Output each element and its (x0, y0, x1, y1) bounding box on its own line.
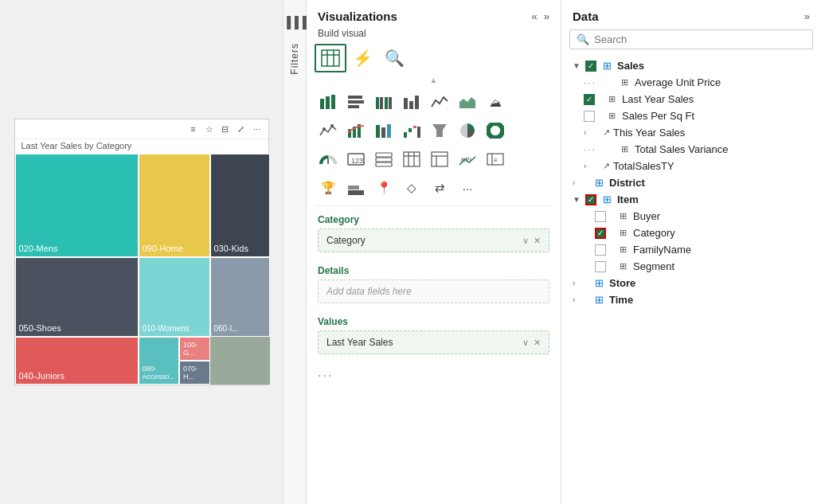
tree-item-total-sales-ty[interactable]: › ↗ TotalSalesTY (561, 158, 821, 174)
tree-item-segment[interactable]: ⊞ Segment (561, 258, 821, 275)
viz-type-analytics-btn[interactable]: 🔍 (378, 44, 410, 72)
tree-item-sales-per-sq[interactable]: ⊞ Sales Per Sq Ft (561, 107, 821, 124)
treemap-cell-100g[interactable]: 100-G... (179, 337, 209, 361)
category-drop-zone[interactable]: Category ∨ ✕ (318, 229, 549, 252)
details-drop-zone[interactable]: Add data fields here (318, 279, 549, 303)
district-table-icon: ⊞ (592, 177, 606, 189)
category-checkbox[interactable]: ✓ (595, 228, 606, 239)
viz-collapse-arrow[interactable]: « (532, 10, 538, 22)
viz-panel: Visualizations « » Build visual ⚡ 🔍 ▲ (307, 0, 561, 504)
close-icon[interactable]: ✕ (534, 236, 541, 246)
treemap-cell-home[interactable]: 090-Home (139, 154, 210, 257)
district-label: District (609, 177, 645, 189)
tree-item-store[interactable]: › ⊞ Store (561, 275, 821, 291)
sales-per-sq-checkbox[interactable] (584, 111, 595, 122)
viz-icon-ribbon[interactable] (370, 118, 397, 143)
svg-rect-4 (320, 99, 324, 109)
viz-icon-funnel[interactable] (426, 118, 453, 143)
tree-item-total-sales-var[interactable]: ··· ⊞ Total Sales Variance (561, 141, 821, 158)
svg-rect-24 (381, 127, 385, 138)
viz-icon-donut[interactable] (482, 118, 509, 143)
treemap-cell-accesso[interactable]: 080-Accesso... (139, 337, 180, 385)
viz-icon-line2[interactable] (315, 118, 342, 143)
viz-icons-grid: ⛰ (307, 88, 561, 116)
viz-icon-line-chart[interactable] (426, 89, 453, 115)
treemap-cell-juniors[interactable]: 040-Juniors (15, 337, 139, 385)
store-table-icon: ⊞ (592, 277, 606, 289)
svg-rect-26 (404, 132, 407, 138)
pin-icon[interactable]: ☆ (203, 123, 216, 135)
viz-icon-combo[interactable] (342, 118, 369, 143)
tree-item-sales[interactable]: ▼ ✓ ⊞ Sales (561, 57, 821, 74)
chevron-icon[interactable]: ∨ (522, 236, 529, 246)
category-value: Category (326, 235, 366, 246)
tree-item-family-name[interactable]: ⊞ FamilyName (561, 241, 821, 258)
tree-item-district[interactable]: › ⊞ District (561, 174, 821, 191)
svg-rect-16 (415, 96, 419, 109)
data-expand-arrow[interactable]: » (804, 10, 810, 22)
values-chevron-icon[interactable]: ∨ (522, 338, 529, 348)
last-year-sales-checkbox[interactable]: ✓ (584, 94, 595, 105)
viz-icon-column-chart[interactable] (398, 89, 425, 115)
viz-icon-matrix[interactable] (426, 147, 453, 172)
viz-icon-kpi[interactable]: KPI (454, 147, 481, 172)
viz-icon-scatter[interactable]: ⛰ (482, 89, 509, 115)
viz-icon-slicer[interactable]: ≡ (482, 147, 509, 172)
values-close-icon[interactable]: ✕ (534, 338, 541, 348)
treemap-cell-mens[interactable]: 020-Mens (15, 154, 139, 257)
viz-icon-diamond[interactable]: ◇ (398, 175, 425, 201)
search-box[interactable]: 🔍 (569, 29, 813, 49)
family-name-checkbox[interactable] (595, 244, 606, 256)
treemap-cell-070h[interactable]: 070-H... (179, 361, 209, 385)
tree-item-buyer[interactable]: ⊞ Buyer (561, 208, 821, 225)
tree-item-time[interactable]: › ⊞ Time (561, 291, 821, 308)
treemap-cell-060[interactable]: 060-I... (210, 257, 270, 337)
menu-icon[interactable]: ≡ (187, 123, 200, 135)
svg-rect-29 (417, 127, 420, 138)
tree-item-avg-unit-price[interactable]: ··· ⊞ Average Unit Price (561, 74, 821, 91)
values-section: Values Last Year Sales ∨ ✕ (307, 311, 561, 362)
viz-icon-pie[interactable] (454, 118, 481, 143)
search-input[interactable] (594, 33, 806, 45)
viz-icon-stacked-bar2[interactable] (342, 175, 369, 201)
viz-icon-table2[interactable] (398, 147, 425, 172)
viz-icon-map-pin[interactable]: 📍 (370, 175, 397, 201)
viz-icon-stacked-bar[interactable] (315, 89, 342, 115)
viz-icon-arrows[interactable]: ⇄ (426, 175, 453, 201)
treemap-cell-kids[interactable]: 030-Kids (210, 154, 270, 257)
viz-icon-trophy[interactable]: 🏆 (315, 175, 342, 201)
viz-icon-area-chart[interactable] (454, 89, 481, 115)
tree-item-last-year-sales[interactable]: ✓ ⊞ Last Year Sales (561, 91, 821, 107)
treemap: 020-Mens 090-Home 030-Kids 050-Shoes 010… (15, 154, 268, 385)
viz-expand-arrow[interactable]: » (544, 10, 549, 22)
viz-type-table-btn[interactable] (315, 44, 346, 72)
viz-icon-clustered-bar[interactable] (370, 89, 397, 115)
treemap-cell-womens[interactable]: 010-Womens (139, 257, 210, 337)
viz-icon-gauge[interactable] (315, 147, 342, 172)
filter-icon[interactable]: ⊟ (219, 123, 232, 135)
viz-type-format-btn[interactable]: ⚡ (346, 44, 378, 72)
svg-rect-51 (348, 190, 364, 195)
viz-icon-bar-chart[interactable] (342, 89, 369, 115)
filters-label: Filters (289, 43, 300, 75)
segment-checkbox[interactable] (595, 261, 606, 272)
total-sales-ty-chevron: › (584, 162, 593, 170)
viz-icon-waterfall[interactable] (398, 118, 425, 143)
chart-toolbar: ≡ ☆ ⊟ ⤢ ··· (15, 119, 268, 139)
viz-icon-more[interactable]: ··· (454, 175, 481, 201)
total-sales-var-icon: ⊞ (617, 144, 631, 154)
svg-rect-5 (326, 96, 330, 109)
item-checkbox[interactable]: ✓ (585, 194, 596, 205)
viz-icon-card[interactable]: 123 (342, 147, 369, 172)
treemap-cell-shoes[interactable]: 050-Shoes (15, 257, 139, 337)
expand-icon[interactable]: ⤢ (235, 123, 248, 135)
item-label: Item (617, 193, 639, 205)
more-icon[interactable]: ··· (251, 123, 264, 135)
tree-item-category[interactable]: ✓ ⊞ Category (561, 225, 821, 241)
sales-checkbox[interactable]: ✓ (585, 61, 596, 72)
buyer-checkbox[interactable] (595, 211, 606, 222)
viz-icon-multirow-card[interactable] (370, 147, 397, 172)
values-drop-zone[interactable]: Last Year Sales ∨ ✕ (318, 330, 549, 354)
tree-item-item[interactable]: ▼ ✓ ⊞ Item (561, 191, 821, 208)
tree-item-this-year-sales[interactable]: › ↗ This Year Sales (561, 124, 821, 141)
